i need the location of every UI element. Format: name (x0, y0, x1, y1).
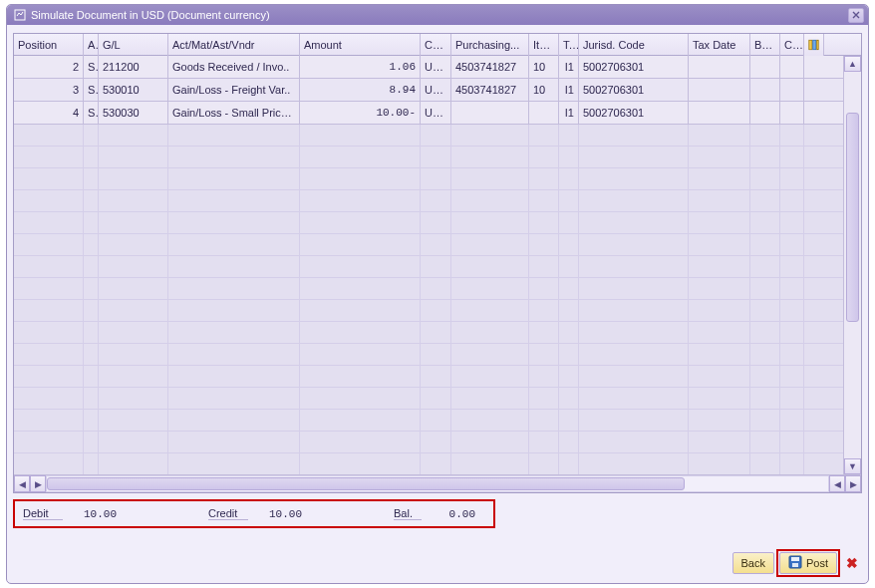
table-row[interactable]: 4S530030Gain/Loss - Small Price ..10.00-… (14, 102, 843, 125)
scroll-up-button[interactable]: ▲ (844, 56, 861, 72)
horizontal-scrollbar[interactable]: ◀ ▶ ◀ ▶ (14, 474, 861, 492)
post-button-label: Post (806, 557, 828, 569)
empty-row (14, 234, 843, 256)
debit-label: Debit (23, 507, 63, 520)
dialog-window: Simulate Document in USD (Document curre… (6, 4, 869, 584)
col-bu[interactable]: Bu... (750, 34, 780, 56)
col-taxdate[interactable]: Tax Date (689, 34, 750, 56)
empty-row (14, 125, 843, 147)
col-gl[interactable]: G/L (99, 34, 168, 56)
cell-cos (780, 79, 804, 101)
cell-cu: USD (421, 56, 451, 78)
empty-row (14, 168, 843, 190)
col-purchasing[interactable]: Purchasing... (451, 34, 529, 56)
svg-rect-0 (15, 10, 25, 20)
cell-item: 10 (529, 79, 559, 101)
scroll-down-button[interactable]: ▼ (844, 458, 861, 474)
col-item[interactable]: Item (529, 34, 559, 56)
cell-gl: 211200 (99, 56, 168, 78)
empty-row (14, 256, 843, 278)
svg-rect-2 (813, 40, 816, 49)
cell-position: 3 (14, 79, 84, 101)
empty-row (14, 278, 843, 300)
cell-amount: 8.94 (300, 79, 421, 101)
svg-rect-6 (792, 563, 798, 567)
back-button-label: Back (741, 557, 765, 569)
table-row[interactable]: 2S211200Goods Received / Invo..1.06USD45… (14, 56, 843, 79)
empty-row (14, 322, 843, 344)
cell-cu: USD (421, 102, 451, 124)
cell-purch (451, 102, 529, 124)
cell-taxdate (689, 102, 750, 124)
back-button[interactable]: Back (732, 552, 774, 574)
cell-a: S (84, 56, 99, 78)
cell-t: I1 (559, 79, 579, 101)
cell-cos (780, 56, 804, 78)
window-icon (13, 8, 27, 22)
cell-cu: USD (421, 79, 451, 101)
grid-header-row: Position A G/L Act/Mat/Ast/Vndr Amount C… (14, 34, 861, 56)
vertical-scrollbar[interactable]: ▲ ▼ (843, 56, 861, 474)
empty-row (14, 410, 843, 432)
cell-act: Gain/Loss - Small Price .. (168, 102, 300, 124)
scroll-left2-button[interactable]: ◀ (829, 475, 845, 492)
col-amount[interactable]: Amount (300, 34, 421, 56)
cell-jurisd: 5002706301 (579, 56, 689, 78)
cell-a: S (84, 102, 99, 124)
empty-row (14, 147, 843, 168)
col-position[interactable]: Position (14, 34, 84, 56)
col-cos[interactable]: Co: (780, 34, 804, 56)
close-button[interactable] (848, 8, 864, 23)
cell-jurisd: 5002706301 (579, 79, 689, 101)
cell-item: 10 (529, 56, 559, 78)
cell-t: I1 (559, 56, 579, 78)
empty-row (14, 344, 843, 366)
credit-label: Credit (208, 507, 248, 520)
credit-value: 10.00 (256, 508, 302, 520)
empty-row (14, 300, 843, 322)
svg-rect-1 (809, 40, 812, 49)
svg-rect-5 (791, 557, 799, 561)
cell-amount: 10.00- (300, 102, 421, 124)
scroll-right-button[interactable]: ▶ (845, 475, 861, 492)
cell-purch: 4503741827 (451, 79, 529, 101)
post-button[interactable]: Post (779, 552, 837, 574)
debit-value: 10.00 (71, 508, 117, 520)
col-currency[interactable]: Cu... (421, 34, 451, 56)
save-icon (788, 555, 802, 571)
empty-row (14, 432, 843, 453)
cell-position: 2 (14, 56, 84, 78)
hscroll-thumb[interactable] (47, 477, 685, 490)
cell-gl: 530030 (99, 102, 168, 124)
svg-rect-3 (817, 40, 819, 49)
empty-row (14, 453, 843, 474)
vscroll-thumb[interactable] (846, 113, 859, 322)
cell-a: S (84, 79, 99, 101)
dialog-footer: Back Post ✖ (732, 549, 862, 577)
cell-act: Gain/Loss - Freight Var.. (168, 79, 300, 101)
grid-rows: 2S211200Goods Received / Invo..1.06USD45… (14, 56, 843, 474)
col-a[interactable]: A (84, 34, 99, 56)
col-t[interactable]: T.. (559, 34, 579, 56)
title-bar: Simulate Document in USD (Document curre… (7, 5, 868, 25)
balance-label: Bal. (394, 507, 422, 520)
cell-jurisd: 5002706301 (579, 102, 689, 124)
cell-t: I1 (559, 102, 579, 124)
col-jurisd[interactable]: Jurisd. Code (579, 34, 689, 56)
column-settings-button[interactable] (804, 34, 824, 56)
cell-item (529, 102, 559, 124)
cancel-button[interactable]: ✖ (842, 553, 862, 573)
table-row[interactable]: 3S530010Gain/Loss - Freight Var..8.94USD… (14, 79, 843, 102)
totals-row: Debit 10.00 Credit 10.00 Bal. 0.00 (13, 499, 495, 528)
cell-act: Goods Received / Invo.. (168, 56, 300, 78)
scroll-left-button[interactable]: ◀ (14, 475, 30, 492)
empty-row (14, 212, 843, 234)
scroll-right-inner-button[interactable]: ▶ (30, 475, 46, 492)
cell-taxdate (689, 56, 750, 78)
col-act[interactable]: Act/Mat/Ast/Vndr (168, 34, 300, 56)
cell-gl: 530010 (99, 79, 168, 101)
cell-taxdate (689, 79, 750, 101)
cell-bu (750, 102, 780, 124)
cell-purch: 4503741827 (451, 56, 529, 78)
cell-bu (750, 79, 780, 101)
